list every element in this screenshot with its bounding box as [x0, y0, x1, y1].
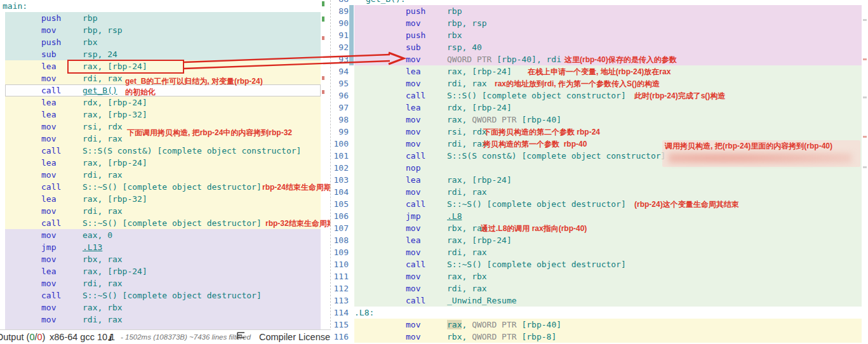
line-number[interactable]: 113 — [331, 294, 349, 307]
asm-row[interactable]: 116movrbx, QWORD PTR [rbp-8] — [331, 331, 868, 343]
operand: rbx, QWORD PTR [rbp-8] — [447, 331, 556, 343]
line-number[interactable]: 94 — [331, 65, 349, 77]
asm-row[interactable]: 110callS::~S() [complete object destruct… — [331, 258, 868, 270]
asm-row[interactable]: 93movQWORD PTR [rbp-40], rdi这里(rbp-40)保存… — [331, 53, 868, 65]
asm-row[interactable]: main: — [0, 0, 330, 12]
compiler-license-link[interactable]: Compiler License — [259, 330, 330, 344]
asm-link[interactable]: .L8 — [447, 211, 462, 221]
asm-row[interactable]: 99movrsi, rdx下面拷贝构造的第二个参数 rbp-24 — [331, 126, 868, 138]
operand-segment: rdi, rax — [447, 187, 487, 197]
line-number[interactable]: 111 — [331, 270, 349, 282]
line-number[interactable]: 96 — [331, 89, 349, 102]
line-number[interactable]: 93 — [331, 53, 349, 65]
inline-annotation: 在栈上申请一个变量, 地址(rbp-24)放在rax — [528, 66, 671, 78]
asm-row[interactable]: 105callS::~S() [complete object destruct… — [331, 198, 868, 210]
asm-link[interactable]: get_B() — [83, 86, 117, 95]
compiler-name[interactable]: x86-64 gcc 10.1 — [50, 330, 115, 344]
ruler-tick-green — [322, 17, 324, 22]
line-number[interactable]: 95 — [331, 77, 349, 89]
asm-row[interactable]: pushrbx — [0, 36, 330, 48]
asm-row[interactable]: 108learax, [rbp-24] — [331, 234, 868, 246]
output-lines-icon[interactable] — [236, 330, 246, 344]
line-number[interactable]: 89 — [331, 5, 349, 17]
operand-segment: rdi, rax — [83, 170, 123, 180]
line-number[interactable]: 102 — [331, 162, 349, 174]
asm-row[interactable]: 103learax, [rbp-24] — [331, 174, 868, 186]
asm-row[interactable]: 113call_Unwind_Resume — [331, 294, 868, 307]
line-number[interactable]: 109 — [331, 246, 349, 258]
line-number[interactable]: 106 — [331, 210, 349, 222]
asm-row[interactable]: 88get_B(): — [331, 0, 868, 5]
line-number[interactable]: 90 — [331, 17, 349, 29]
operand: rax, [rbp-32] — [83, 193, 147, 205]
line-number[interactable]: 115 — [331, 319, 349, 331]
asm-row[interactable]: subrsp, 24 — [0, 48, 330, 60]
asm-row[interactable]: 104movrdi, rax — [331, 186, 868, 198]
line-number[interactable]: 88 — [331, 0, 349, 5]
mnemonic: mov — [41, 121, 56, 133]
asm-row[interactable]: 94learax, [rbp-24]在栈上申请一个变量, 地址(rbp-24)放… — [331, 65, 868, 77]
asm-row[interactable]: 115movrax, QWORD PTR [rbp-40] — [331, 319, 868, 331]
asm-row[interactable]: moveax, 0 — [0, 229, 330, 241]
line-number[interactable]: 116 — [331, 331, 349, 343]
asm-row[interactable]: 106jmp.L8 — [331, 210, 868, 222]
asm-row[interactable]: 90movrbp, rsp — [331, 17, 868, 29]
asm-row[interactable]: 107movrbx, rax通过.L8的调用 rax指向(rbp-40) — [331, 222, 868, 234]
line-number[interactable]: 110 — [331, 258, 349, 270]
output-button[interactable]: Output (0/0) — [0, 330, 45, 344]
asm-row[interactable]: movrax, rbx — [0, 301, 330, 314]
asm-row[interactable]: leardx, [rbp-24] — [0, 96, 330, 109]
asm-row[interactable]: movrdi, rax — [0, 169, 330, 181]
asm-row[interactable]: callS::~S() [complete object destructor]… — [0, 181, 330, 193]
asm-row[interactable]: jmp.L13 — [0, 241, 330, 253]
line-number[interactable]: 112 — [331, 282, 349, 294]
asm-row[interactable]: movrdi, rax — [0, 205, 330, 217]
asm-row[interactable]: movrdi, rax — [0, 277, 330, 289]
asm-row[interactable]: learax, [rbp-32] — [0, 193, 330, 205]
asm-row[interactable]: 114.L8: — [331, 307, 868, 319]
asm-row[interactable]: pushrbp — [0, 12, 330, 24]
keyword-segment: QWORD PTR — [472, 320, 521, 329]
info-icon[interactable]: i — [108, 330, 112, 344]
asm-row[interactable]: 91pushrbx — [331, 29, 868, 41]
asm-row[interactable]: learax, [rbp-24] — [0, 157, 330, 169]
asm-row[interactable]: 97leardx, [rbp-24] — [331, 102, 868, 114]
line-number[interactable]: 104 — [331, 186, 349, 198]
asm-row[interactable]: learax, [rbp-32] — [0, 109, 330, 121]
asm-row[interactable]: movrdi, rax — [0, 314, 330, 326]
line-number[interactable]: 99 — [331, 126, 349, 138]
mnemonic: mov — [406, 270, 420, 282]
asm-row[interactable]: learax, [rbp-24] — [0, 265, 330, 277]
asm-row[interactable]: 98movrax, QWORD PTR [rbp-40] — [331, 114, 868, 126]
line-number[interactable]: 100 — [331, 138, 349, 150]
operand: rax, [rbp-24] — [83, 157, 147, 169]
line-number[interactable]: 98 — [331, 114, 349, 126]
line-number[interactable]: 108 — [331, 234, 349, 246]
line-number[interactable]: 105 — [331, 198, 349, 210]
asm-row[interactable]: 92subrsp, 40 — [331, 41, 868, 53]
asm-row[interactable]: callS::S(S const&) [complete object cons… — [0, 145, 330, 157]
operand: S::S(S const&) [complete object construc… — [447, 150, 665, 162]
asm-row[interactable]: 96callS::S() [complete object constructo… — [331, 89, 868, 102]
asm-row[interactable]: movrbx, rax — [0, 253, 330, 265]
asm-row[interactable]: movrbp, rsp — [0, 24, 330, 36]
operand-segment: rbp — [447, 6, 462, 16]
line-number[interactable]: 107 — [331, 222, 349, 234]
line-number[interactable]: 114 — [331, 307, 349, 319]
asm-row[interactable]: 112movrdi, rax — [331, 282, 868, 294]
line-number[interactable]: 92 — [331, 41, 349, 53]
line-number[interactable]: 101 — [331, 150, 349, 162]
operand: rdx, [rbp-24] — [447, 102, 512, 114]
asm-row[interactable]: 111movrax, rbx — [331, 270, 868, 282]
line-number[interactable]: 91 — [331, 29, 349, 41]
asm-row[interactable]: callS::~S() [complete object destructor] — [0, 289, 330, 301]
asm-row[interactable]: 89pushrbp — [331, 5, 868, 17]
asm-link[interactable]: .L13 — [83, 242, 102, 252]
mnemonic: mov — [41, 205, 56, 217]
asm-row[interactable]: 109movrdi, rax — [331, 246, 868, 258]
line-number[interactable]: 97 — [331, 102, 349, 114]
operand: rbp — [447, 5, 462, 17]
asm-row[interactable]: 95movrdi, raxrax的地址放到rdi, 作为第一个参数传入S()的构… — [331, 77, 868, 89]
line-number[interactable]: 103 — [331, 174, 349, 186]
asm-row[interactable]: callS::~S() [complete object destructor]… — [0, 217, 330, 229]
